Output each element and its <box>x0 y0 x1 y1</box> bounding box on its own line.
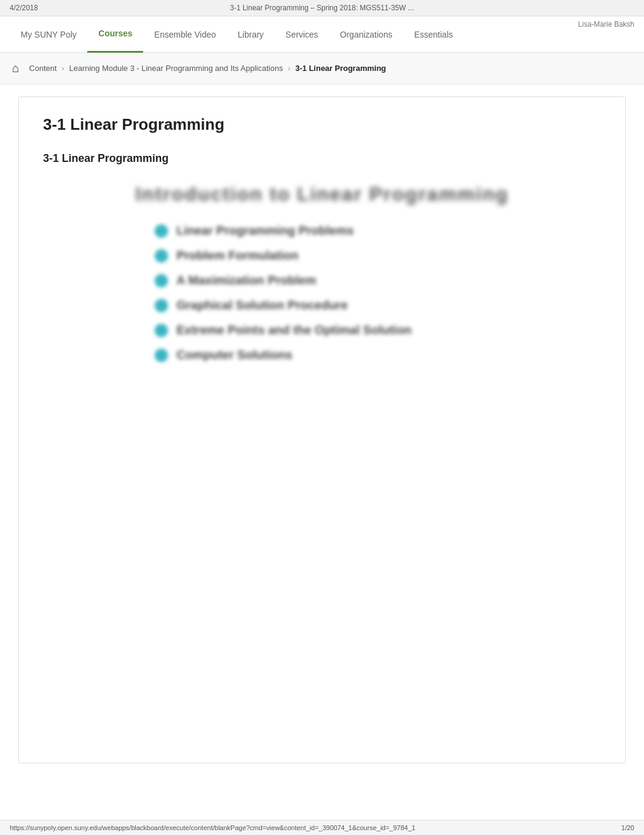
nav-item-ensemble-video[interactable]: Ensemble Video <box>143 16 227 53</box>
slide-list: Linear Programming Problems Problem Form… <box>155 224 489 373</box>
nav-bar: My SUNY Poly Courses Ensemble Video Libr… <box>0 16 644 53</box>
slide-header: Introduction to Linear Programming <box>135 183 509 206</box>
nav-item-library[interactable]: Library <box>227 16 275 53</box>
nav-item-essentials[interactable]: Essentials <box>403 16 464 53</box>
breadcrumb-content[interactable]: Content <box>29 64 57 73</box>
list-item-label: Computer Solutions <box>176 348 292 362</box>
nav-item-courses[interactable]: Courses <box>87 16 143 53</box>
list-item: Computer Solutions <box>155 348 489 362</box>
breadcrumb: ⌂ Content › Learning Module 3 - Linear P… <box>0 53 644 84</box>
list-item-label: Graphical Solution Procedure <box>176 298 347 312</box>
list-item-label: Extreme Points and the Optimal Solution <box>176 323 412 337</box>
browser-bar: 4/2/2018 3-1 Linear Programming – Spring… <box>0 0 644 16</box>
bullet-icon <box>155 249 168 263</box>
list-item: Linear Programming Problems <box>155 224 489 238</box>
status-url: https://sunypoly.open.suny.edu/webapps/b… <box>10 824 415 831</box>
nav-item-services[interactable]: Services <box>275 16 329 53</box>
slide-area: Introduction to Linear Programming Linea… <box>43 183 601 373</box>
list-item-label: A Maximization Problem <box>176 273 316 287</box>
list-item: A Maximization Problem <box>155 273 489 287</box>
breadcrumb-sep-3: › <box>288 64 290 73</box>
page-title: 3-1 Linear Programming <box>43 115 601 134</box>
bullet-icon <box>155 349 168 362</box>
status-bar: https://sunypoly.open.suny.edu/webapps/b… <box>0 820 644 835</box>
breadcrumb-module[interactable]: Learning Module 3 - Linear Programming a… <box>69 64 283 73</box>
nav-item-my-suny-poly[interactable]: My SUNY Poly <box>10 16 87 53</box>
main-content: 3-1 Linear Programming 3-1 Linear Progra… <box>18 96 626 763</box>
home-icon[interactable]: ⌂ <box>12 61 19 75</box>
list-item: Extreme Points and the Optimal Solution <box>155 323 489 337</box>
section-title: 3-1 Linear Programming <box>43 152 601 165</box>
nav-user: Lisa-Marie Baksh <box>578 20 634 29</box>
list-item-label: Problem Formulation <box>176 249 298 263</box>
bullet-icon <box>155 324 168 337</box>
list-item: Problem Formulation <box>155 249 489 263</box>
breadcrumb-current: 3-1 Linear Programming <box>295 64 386 73</box>
nav-item-organizations[interactable]: Organizations <box>329 16 403 53</box>
bullet-icon <box>155 274 168 287</box>
list-item: Graphical Solution Procedure <box>155 298 489 312</box>
browser-date: 4/2/2018 <box>10 4 58 12</box>
breadcrumb-sep-2: › <box>62 64 64 73</box>
list-item-label: Linear Programming Problems <box>176 224 354 238</box>
bullet-icon <box>155 224 168 238</box>
browser-title: 3-1 Linear Programming – Spring 2018: MG… <box>58 4 586 12</box>
status-page: 1/20 <box>622 824 634 831</box>
bullet-icon <box>155 299 168 312</box>
